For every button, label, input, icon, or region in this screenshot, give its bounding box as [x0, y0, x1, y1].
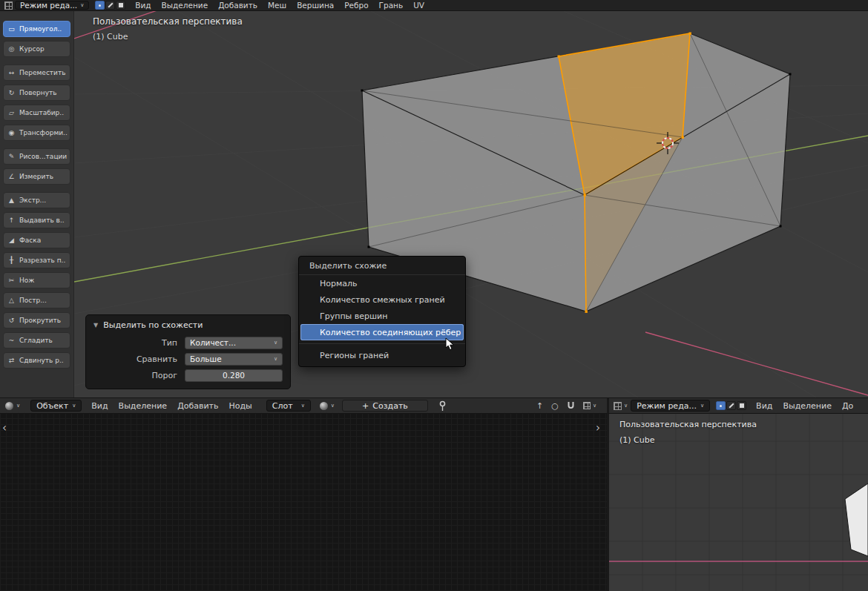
menu-select[interactable]: Выделение — [114, 398, 173, 413]
shader-node-editor-canvas[interactable]: ‹ › — [0, 414, 607, 591]
mode-dropdown-label: Режим реда... — [20, 1, 77, 10]
menu-item-connecting-edges[interactable]: Количество соединяющих рёбер — [300, 324, 464, 340]
tool-rotate[interactable]: ↻Повернуть — [3, 85, 70, 101]
menu-title: Выделить схожие — [299, 257, 465, 275]
editor-type-icon[interactable] — [4, 1, 13, 10]
select-mode-buttons — [95, 1, 125, 10]
tool-move[interactable]: ↔Переместить — [3, 65, 70, 81]
tool-label: Разрезать п.. — [19, 257, 65, 264]
menu-view[interactable]: Вид — [130, 0, 156, 10]
tool-label: Масштабир.. — [19, 109, 64, 116]
type-label: Тип — [86, 338, 185, 348]
active-object-text: (1) Cube — [93, 32, 243, 42]
material-preview-icon[interactable] — [320, 402, 328, 410]
tool-spin[interactable]: ↺Прокрутить — [3, 312, 70, 328]
pin-icon[interactable] — [438, 400, 447, 412]
tool-extrude[interactable]: ▲Экстр... — [3, 192, 70, 208]
menu-item-adjacent-faces[interactable]: Количество смежных граней — [299, 291, 465, 308]
snap-grid-icon — [583, 402, 591, 409]
tool-loop-cut[interactable]: ╂Разрезать п.. — [3, 252, 70, 268]
tool-knife[interactable]: ✂Нож — [3, 272, 70, 288]
edge-select-mode-button[interactable] — [105, 1, 115, 10]
tool-bevel[interactable]: ◢Фаска — [3, 232, 70, 248]
threshold-slider[interactable]: 0.280 — [185, 369, 283, 382]
threshold-value: 0.280 — [223, 371, 245, 380]
tool-smooth[interactable]: ~Сгладить — [3, 332, 70, 349]
mode-dropdown[interactable]: Режим реда... ∨ — [15, 1, 89, 10]
annotate-icon: ✎ — [7, 153, 16, 160]
spin-icon: ↺ — [7, 317, 16, 324]
compare-label: Сравнить — [86, 354, 185, 364]
mesh-plane-corner[interactable] — [845, 483, 868, 556]
tool-label: Трансформи.. — [19, 129, 68, 136]
menu-add[interactable]: Добавить — [213, 0, 263, 10]
type-dropdown[interactable]: Количест... ∨ — [185, 337, 283, 349]
shader-type-dropdown[interactable]: Объект ∨ — [30, 400, 82, 412]
parent-up-icon[interactable]: ↑ — [536, 401, 543, 411]
region-arrow-right-icon[interactable]: › — [596, 423, 600, 434]
tool-annotate[interactable]: ✎Рисов...тации — [3, 148, 70, 165]
menu-add-clipped[interactable]: До — [837, 398, 858, 413]
face-select-mode-button[interactable] — [737, 401, 746, 410]
face-select-mode-button[interactable] — [116, 1, 125, 10]
menu-mesh[interactable]: Меш — [263, 0, 292, 10]
vertex-select-mode-button[interactable] — [716, 401, 726, 410]
tool-box-select[interactable]: ▭Прямоугол.. — [3, 21, 70, 37]
rotate-icon: ↻ — [7, 89, 16, 96]
menu-item-face-regions[interactable]: Регионы граней — [299, 347, 465, 363]
tool-label: Сдвинуть р.. — [19, 357, 64, 364]
region-arrow-left-icon[interactable]: ‹ — [2, 423, 7, 434]
snap-settings[interactable]: ∨ — [583, 402, 596, 409]
secondary-3d-viewport[interactable]: Пользовательская перспектива (1) Cube — [607, 414, 868, 591]
blender-window: Режим реда... ∨ Вид Выделение Добавить М… — [0, 0, 868, 591]
tool-label: Выдавить в.. — [19, 217, 65, 224]
slot-dropdown[interactable]: Слот ∨ — [266, 400, 311, 412]
tool-sidebar: ▭Прямоугол.. ◎Курсор ↔Переместить ↻Повер… — [0, 11, 74, 397]
tool-inset[interactable]: ↑Выдавить в.. — [3, 212, 70, 228]
editor-type-icon[interactable] — [614, 402, 622, 410]
tool-scale[interactable]: ▱Масштабир.. — [3, 105, 70, 121]
tool-edge-slide[interactable]: ⇄Сдвинуть р.. — [3, 352, 70, 369]
menu-item-vertex-groups[interactable]: Группы вершин — [299, 308, 465, 324]
chevron-down-icon: ∨ — [700, 403, 704, 409]
tool-transform[interactable]: ◉Трансформи.. — [3, 125, 70, 141]
shader-type-value: Объект — [36, 401, 68, 411]
tool-poly-build[interactable]: △Постр... — [3, 292, 70, 308]
tool-label: Постр... — [19, 297, 47, 304]
mode-dropdown-label: Режим реда... — [637, 401, 697, 411]
new-material-label: Создать — [372, 401, 408, 411]
menu-nodes[interactable]: Ноды — [224, 398, 257, 413]
scale-icon: ▱ — [7, 109, 16, 116]
menu-select[interactable]: Выделение — [157, 0, 214, 10]
menu-view[interactable]: Вид — [751, 398, 777, 413]
vertex-select-mode-button[interactable] — [95, 1, 105, 10]
snap-magnet-icon[interactable] — [567, 401, 575, 410]
tool-label: Экстр... — [19, 197, 46, 204]
menu-face[interactable]: Грань — [374, 0, 409, 10]
proportional-edit-icon[interactable]: ○ — [551, 401, 559, 411]
tool-cursor[interactable]: ◎Курсор — [3, 41, 70, 57]
operator-row-threshold: Порог 0.280 — [86, 367, 290, 383]
operator-panel-header[interactable]: ▼ Выделить по схожести — [86, 315, 290, 334]
menu-vertex[interactable]: Вершина — [292, 0, 339, 10]
viewport-info-overlay: Пользовательская перспектива (1) Cube — [93, 16, 243, 42]
menu-add[interactable]: Добавить — [172, 398, 223, 413]
menu-item-normal[interactable]: Нормаль — [299, 275, 465, 291]
face-icon — [740, 403, 744, 408]
shader-editor-type-icon[interactable] — [5, 402, 13, 410]
menu-separator — [299, 343, 465, 344]
menu-select[interactable]: Выделение — [777, 398, 837, 413]
mode-dropdown[interactable]: Режим реда... ∨ — [631, 400, 710, 412]
type-dropdown-value: Количест... — [190, 338, 236, 347]
expand-triangle-icon: ▼ — [93, 322, 98, 328]
edge-select-mode-button[interactable] — [726, 401, 736, 410]
tool-measure[interactable]: ∠Измерить — [3, 168, 70, 185]
new-material-button[interactable]: + Создать — [342, 400, 428, 412]
edit-mode-header: Режим реда... ∨ Вид Выделение Добавить М… — [0, 0, 868, 11]
menu-uv[interactable]: UV — [408, 0, 430, 10]
menu-view[interactable]: Вид — [86, 398, 113, 413]
header-right-icons: ↑ ○ ∨ — [536, 401, 596, 411]
menu-edge[interactable]: Ребро — [339, 0, 373, 10]
compare-dropdown[interactable]: Больше ∨ — [185, 353, 283, 366]
transform-icon: ◉ — [7, 129, 16, 136]
